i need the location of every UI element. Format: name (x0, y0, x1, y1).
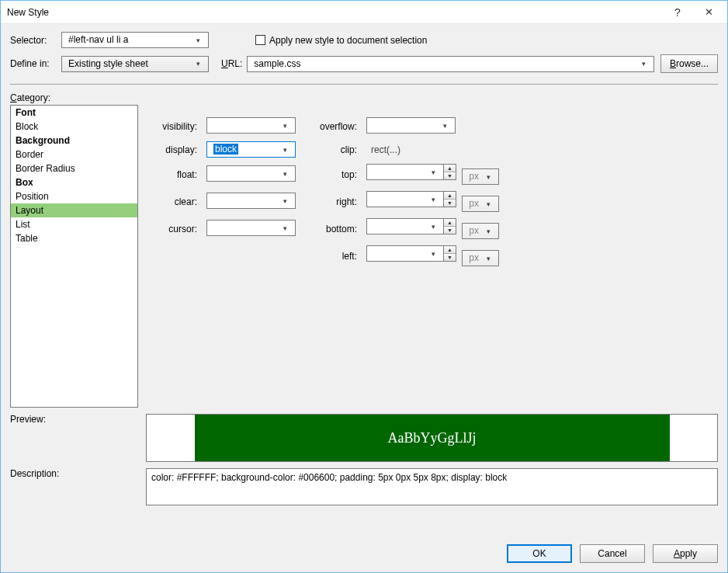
dialog-footer: OK Cancel Apply (1, 535, 727, 572)
preview-box: AaBbYyGgLlJj (146, 414, 718, 462)
category-item-box[interactable]: Box (11, 175, 137, 189)
apply-button[interactable]: Apply (653, 544, 718, 563)
window-title: New Style (7, 7, 662, 18)
category-item-font[interactable]: Font (11, 106, 137, 120)
bottom-spinner[interactable]: ▲▼ (444, 218, 456, 234)
selector-combo[interactable]: #left-nav ul li a ▾ (61, 32, 209, 48)
category-item-border[interactable]: Border (11, 148, 137, 161)
chevron-down-icon: ▾ (279, 118, 292, 133)
category-item-position[interactable]: Position (11, 189, 137, 203)
right-combo[interactable]: ▾ (366, 191, 444, 207)
spin-up-icon: ▲ (444, 165, 456, 172)
apply-new-style-checkbox[interactable]: Apply new style to document selection (255, 35, 427, 46)
separator (10, 84, 718, 85)
category-item-list[interactable]: List (11, 217, 137, 231)
chevron-down-icon: ▾ (482, 251, 495, 266)
spin-down-icon: ▼ (444, 199, 456, 207)
spin-down-icon: ▼ (444, 253, 456, 261)
spin-up-icon: ▲ (444, 192, 456, 199)
display-label: display: (146, 144, 200, 155)
float-label: float: (146, 169, 200, 180)
spin-up-icon: ▲ (444, 219, 456, 226)
top-spinner[interactable]: ▲▼ (444, 164, 456, 180)
spin-down-icon: ▼ (444, 172, 456, 179)
left-unit-combo[interactable]: px▾ (462, 250, 499, 266)
top-combo[interactable]: ▾ (366, 164, 444, 180)
spin-up-icon: ▲ (444, 246, 456, 253)
left-spinner[interactable]: ▲▼ (444, 245, 456, 262)
selector-label: Selector: (10, 35, 58, 46)
right-label: right: (306, 196, 360, 207)
bottom-label: bottom: (306, 224, 360, 234)
chevron-down-icon: ▾ (427, 192, 440, 207)
top-unit-combo[interactable]: px▾ (462, 168, 499, 185)
chevron-down-icon: ▾ (637, 57, 650, 71)
description-box: color: #FFFFFF; background-color: #00660… (146, 468, 718, 505)
bottom-combo[interactable]: ▾ (366, 218, 444, 234)
browse-button[interactable]: Browse... (660, 54, 718, 73)
clear-combo[interactable]: ▾ (206, 193, 296, 209)
chevron-down-icon: ▾ (482, 196, 495, 211)
cursor-combo[interactable]: ▾ (206, 220, 296, 236)
chevron-down-icon: ▾ (427, 246, 440, 261)
left-label: left: (306, 251, 360, 262)
preview-label: Preview: (10, 414, 138, 462)
right-unit-combo[interactable]: px▾ (462, 196, 499, 212)
url-combo[interactable]: sample.css ▾ (247, 56, 654, 72)
chevron-down-icon: ▾ (279, 166, 292, 181)
visibility-label: visibility: (146, 121, 200, 132)
category-item-layout[interactable]: Layout (11, 203, 137, 217)
chevron-down-icon: ▾ (192, 57, 205, 71)
category-item-block[interactable]: Block (11, 120, 137, 134)
titlebar: New Style ? ✕ (1, 1, 727, 24)
description-label: Description: (10, 468, 138, 505)
checkbox-box (255, 35, 265, 45)
new-style-dialog: New Style ? ✕ Selector: #left-nav ul li … (0, 0, 728, 573)
chevron-down-icon: ▾ (439, 118, 452, 133)
clip-label: clip: (306, 144, 360, 155)
chevron-down-icon: ▾ (427, 219, 440, 234)
cancel-button[interactable]: Cancel (580, 544, 645, 563)
clear-label: clear: (146, 196, 200, 207)
category-item-border-radius[interactable]: Border Radius (11, 161, 137, 175)
clip-value: rect(...) (366, 144, 718, 155)
define-in-label: Define in: (10, 58, 58, 69)
close-button[interactable]: ✕ (693, 2, 724, 23)
display-combo[interactable]: block▾ (206, 141, 296, 158)
category-item-background[interactable]: Background (11, 134, 137, 148)
ok-button[interactable]: OK (507, 544, 572, 563)
chevron-down-icon: ▾ (279, 193, 292, 208)
right-spinner[interactable]: ▲▼ (444, 191, 456, 207)
spin-down-icon: ▼ (444, 226, 456, 234)
chevron-down-icon: ▾ (279, 221, 292, 235)
category-label: Category: (10, 92, 718, 103)
chevron-down-icon: ▾ (192, 33, 205, 47)
define-in-combo[interactable]: Existing style sheet ▾ (61, 56, 209, 72)
url-label: URL: (221, 58, 242, 69)
layout-properties: visibility: ▾ overflow: ▾ display: block… (146, 105, 718, 408)
overflow-label: overflow: (306, 121, 360, 132)
overflow-combo[interactable]: ▾ (366, 117, 456, 134)
chevron-down-icon: ▾ (279, 142, 292, 157)
chevron-down-icon: ▾ (482, 169, 495, 184)
left-combo[interactable]: ▾ (366, 245, 444, 262)
preview-sample-text: AaBbYyGgLlJj (195, 415, 670, 461)
top-label: top: (306, 169, 360, 180)
chevron-down-icon: ▾ (482, 224, 495, 238)
cursor-label: cursor: (146, 224, 200, 234)
chevron-down-icon: ▾ (427, 165, 440, 179)
category-item-table[interactable]: Table (11, 231, 137, 245)
category-list[interactable]: FontBlockBackgroundBorderBorder RadiusBo… (10, 105, 138, 408)
help-button[interactable]: ? (662, 2, 693, 23)
float-combo[interactable]: ▾ (206, 165, 296, 182)
bottom-unit-combo[interactable]: px▾ (462, 223, 499, 239)
visibility-combo[interactable]: ▾ (206, 117, 296, 134)
